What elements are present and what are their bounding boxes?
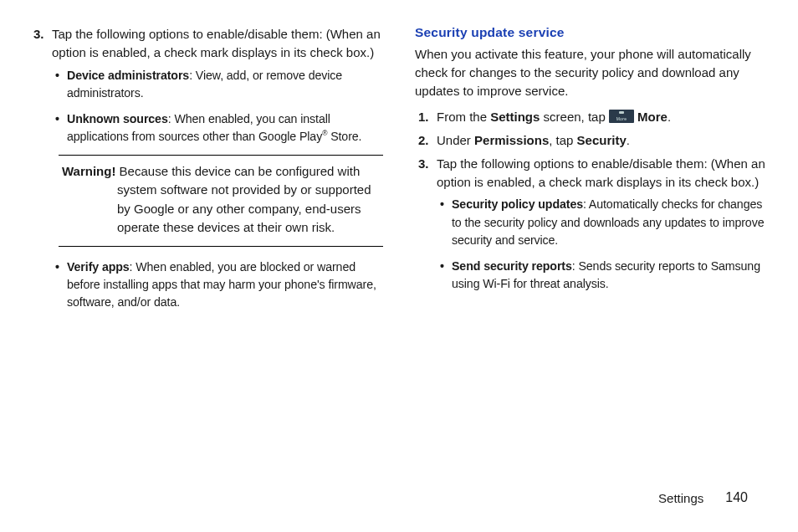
- right-step-1: 1. From the Settings screen, tap More.: [415, 108, 768, 126]
- right-bullets: • Security policy updates: Automatically…: [415, 196, 768, 293]
- t: Permissions: [474, 133, 549, 147]
- bullet-label: Security policy updates: [452, 197, 583, 211]
- left-step-3: 3. Tap the following options to enable/d…: [30, 25, 383, 62]
- bullet-trail: Store.: [327, 130, 361, 143]
- page-footer: Settings 140: [658, 490, 748, 505]
- warning-content: Warning! Because this device can be conf…: [62, 162, 380, 238]
- bullet-dot: •: [55, 67, 67, 103]
- right-column: Security update service When you activat…: [415, 25, 768, 320]
- bullet-device-admins: • Device administrators: View, add, or r…: [55, 67, 383, 103]
- step-text: Tap the following options to enable/disa…: [52, 25, 383, 62]
- t: From the: [437, 110, 490, 124]
- bullet-dot: •: [440, 258, 452, 294]
- t: screen, tap: [540, 110, 609, 124]
- more-icon: [609, 110, 634, 123]
- bullet-text: Unknown sources: When enabled, you can i…: [67, 110, 383, 146]
- left-bullets: • Device administrators: View, add, or r…: [30, 67, 383, 146]
- t: More: [634, 110, 668, 124]
- t: Under: [437, 133, 474, 147]
- bullet-unknown-sources: • Unknown sources: When enabled, you can…: [55, 110, 383, 146]
- bullet-security-policy: • Security policy updates: Automatically…: [440, 196, 768, 249]
- bullet-dot: •: [440, 196, 452, 249]
- warning-text: Because this device can be configured wi…: [117, 164, 371, 235]
- bullet-dot: •: [55, 258, 67, 312]
- step-text: Under Permissions, tap Security.: [437, 131, 768, 150]
- bullet-dot: •: [55, 110, 67, 146]
- t: Security: [577, 133, 627, 147]
- bullet-text: Security policy updates: Automatically c…: [452, 196, 768, 249]
- left-bullets-2: • Verify apps: When enabled, you are blo…: [30, 258, 383, 312]
- right-step-3: 3. Tap the following options to enable/d…: [415, 155, 768, 192]
- section-heading: Security update service: [415, 25, 768, 40]
- bullet-label: Device administrators: [67, 69, 189, 82]
- warning-label: Warning!: [62, 164, 120, 178]
- footer-section: Settings: [658, 491, 703, 505]
- t: .: [668, 110, 671, 124]
- bullet-send-reports: • Send security reports: Sends security …: [440, 258, 768, 294]
- step-number: 3.: [30, 25, 52, 62]
- bullet-label: Send security reports: [452, 259, 572, 273]
- bullet-verify-apps: • Verify apps: When enabled, you are blo…: [55, 258, 383, 312]
- t: .: [627, 133, 630, 147]
- bullet-label: Verify apps: [67, 260, 130, 274]
- t: Settings: [490, 110, 540, 124]
- warning-box: Warning! Because this device can be conf…: [59, 155, 383, 247]
- bullet-text: Send security reports: Sends security re…: [452, 258, 768, 294]
- t: , tap: [549, 133, 576, 147]
- section-intro: When you activate this feature, your pho…: [415, 45, 768, 100]
- bullet-label: Unknown sources: [67, 112, 168, 125]
- bullet-text: Verify apps: When enabled, you are block…: [67, 258, 383, 312]
- left-column: 3. Tap the following options to enable/d…: [30, 25, 383, 320]
- step-number: 2.: [415, 131, 437, 150]
- page-number: 140: [725, 490, 748, 505]
- right-step-2: 2. Under Permissions, tap Security.: [415, 131, 768, 150]
- page-columns: 3. Tap the following options to enable/d…: [0, 0, 798, 320]
- bullet-text: Device administrators: View, add, or rem…: [67, 67, 383, 103]
- step-text: From the Settings screen, tap More.: [437, 108, 768, 126]
- step-text: Tap the following options to enable/disa…: [437, 155, 768, 192]
- step-number: 3.: [415, 155, 437, 192]
- step-number: 1.: [415, 108, 437, 126]
